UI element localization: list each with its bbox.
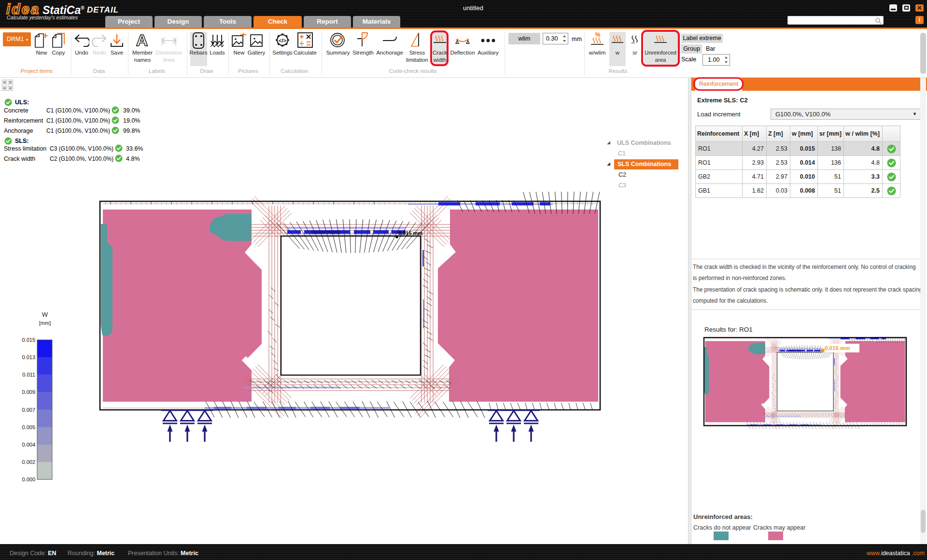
svg-text:0.005: 0.005 <box>22 424 35 430</box>
svg-text:A: A <box>136 33 148 48</box>
svg-text:0.000: 0.000 <box>22 476 35 482</box>
svg-text:0.009: 0.009 <box>22 389 35 395</box>
svg-text:%: % <box>595 32 601 38</box>
svg-text:[mm]: [mm] <box>39 320 51 326</box>
svg-text:0.015: 0.015 <box>22 337 35 343</box>
svg-text:W: W <box>42 311 48 318</box>
svg-text:0.004: 0.004 <box>22 442 35 448</box>
svg-text:0.007: 0.007 <box>22 407 35 413</box>
svg-text:0.013: 0.013 <box>22 354 35 360</box>
svg-text:0.011: 0.011 <box>22 372 35 378</box>
svg-text:</>: </> <box>279 38 286 43</box>
svg-text:0.015 mm: 0.015 mm <box>398 230 422 236</box>
svg-text:0.015 mm: 0.015 mm <box>825 345 850 351</box>
svg-text:0.002: 0.002 <box>22 459 35 465</box>
